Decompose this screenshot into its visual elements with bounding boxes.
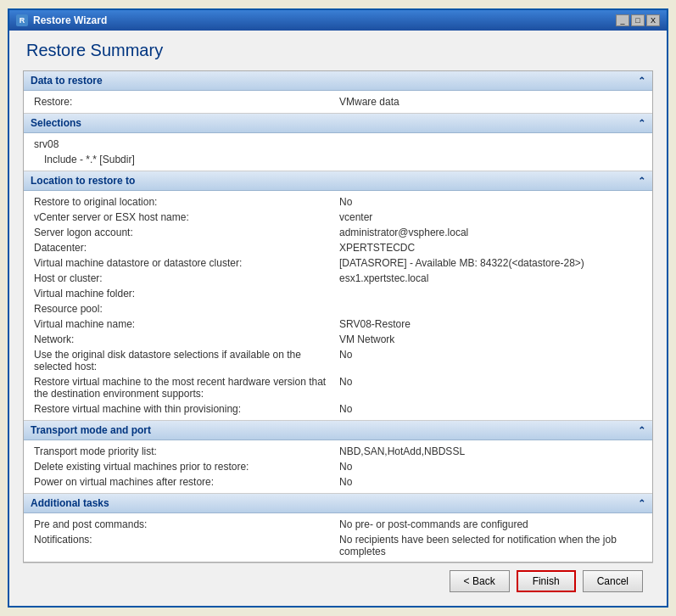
table-row: Delete existing virtual machines prior t… bbox=[24, 459, 652, 474]
section-label-location: Location to restore to bbox=[31, 175, 135, 187]
cancel-button[interactable]: Cancel bbox=[583, 570, 643, 592]
row-value: vcenter bbox=[339, 211, 642, 223]
row-value: esx1.xpertstec.local bbox=[339, 272, 642, 284]
restore-wizard-window: R Restore Wizard _ □ X Restore Summary D… bbox=[8, 8, 668, 608]
table-row: Server logon account: administrator@vsph… bbox=[24, 225, 652, 240]
section-selections: Selections ⌃ srv08 Include - *.* [Subdir… bbox=[24, 114, 652, 171]
table-row: Use the original disk datastore selectio… bbox=[24, 347, 652, 374]
table-row: Host or cluster: esx1.xpertstec.local bbox=[24, 271, 652, 286]
list-item: srv08 bbox=[24, 137, 652, 152]
table-row: Restore virtual machine to the most rece… bbox=[24, 374, 652, 401]
table-row: Transport mode priority list: NBD,SAN,Ho… bbox=[24, 444, 652, 459]
row-value: NBD,SAN,HotAdd,NBDSSL bbox=[339, 445, 642, 457]
row-label: Virtual machine name: bbox=[34, 318, 339, 330]
scroll-area[interactable]: Data to restore ⌃ Restore: VMware data S… bbox=[23, 70, 653, 563]
table-row: Datacenter: XPERTSTECDC bbox=[24, 240, 652, 255]
section-header-transport: Transport mode and port ⌃ bbox=[24, 421, 652, 440]
section-location: Location to restore to ⌃ Restore to orig… bbox=[24, 171, 652, 421]
row-label: Transport mode priority list: bbox=[34, 445, 339, 457]
row-label: Notifications: bbox=[34, 534, 339, 546]
row-value: SRV08-Restore bbox=[339, 318, 642, 330]
table-row: Restore virtual machine with thin provis… bbox=[24, 401, 652, 417]
back-button[interactable]: < Back bbox=[450, 570, 510, 592]
row-label: Restore virtual machine with thin provis… bbox=[34, 403, 339, 415]
table-row: Power on virtual machines after restore:… bbox=[24, 474, 652, 490]
row-value: No recipients have been selected for not… bbox=[339, 534, 642, 557]
table-row: Resource pool: bbox=[24, 301, 652, 316]
row-label: Pre and post commands: bbox=[34, 518, 339, 530]
row-label: Server logon account: bbox=[34, 227, 339, 238]
row-value: No bbox=[339, 196, 642, 208]
selection-server: srv08 bbox=[34, 138, 59, 150]
section-body-transport: Transport mode priority list: NBD,SAN,Ho… bbox=[24, 440, 652, 493]
row-value: No pre- or post-commands are configured bbox=[339, 518, 642, 530]
row-value: administrator@vsphere.local bbox=[339, 227, 642, 238]
section-header-selections: Selections ⌃ bbox=[24, 114, 652, 133]
window-content: Restore Summary Data to restore ⌃ Restor… bbox=[9, 31, 667, 606]
selection-include: Include - *.* [Subdir] bbox=[44, 154, 135, 165]
section-label-transport: Transport mode and port bbox=[31, 424, 151, 436]
row-value: [DATASRORE] - Available MB: 84322(<datas… bbox=[339, 257, 642, 269]
section-data-to-restore: Data to restore ⌃ Restore: VMware data bbox=[24, 71, 652, 114]
window-title: Restore Wizard bbox=[33, 14, 107, 26]
row-value: XPERTSTECDC bbox=[339, 242, 642, 254]
table-row: Pre and post commands: No pre- or post-c… bbox=[24, 517, 652, 532]
table-row: Network: VM Network bbox=[24, 332, 652, 347]
row-label: Virtual machine datastore or datastore c… bbox=[34, 257, 339, 269]
chevron-icon-selections: ⌃ bbox=[638, 118, 645, 129]
section-label-additional: Additional tasks bbox=[31, 497, 109, 509]
page-title: Restore Summary bbox=[23, 41, 653, 60]
section-body-data-to-restore: Restore: VMware data bbox=[24, 91, 652, 113]
section-body-location: Restore to original location: No vCenter… bbox=[24, 191, 652, 420]
title-bar: R Restore Wizard _ □ X bbox=[9, 10, 667, 31]
section-label-selections: Selections bbox=[31, 117, 81, 129]
section-header-additional: Additional tasks ⌃ bbox=[24, 494, 652, 513]
title-bar-left: R Restore Wizard bbox=[16, 14, 107, 26]
row-value: No bbox=[339, 403, 642, 415]
section-body-additional: Pre and post commands: No pre- or post-c… bbox=[24, 513, 652, 563]
minimize-button[interactable]: _ bbox=[616, 14, 629, 26]
chevron-icon-data-to-restore: ⌃ bbox=[638, 76, 645, 87]
list-item: Include - *.* [Subdir] bbox=[24, 152, 652, 167]
finish-button[interactable]: Finish bbox=[517, 570, 576, 592]
section-body-selections: srv08 Include - *.* [Subdir] bbox=[24, 133, 652, 171]
section-transport: Transport mode and port ⌃ Transport mode… bbox=[24, 421, 652, 494]
row-label: Power on virtual machines after restore: bbox=[34, 476, 339, 488]
row-value: No bbox=[339, 476, 642, 488]
row-value: No bbox=[339, 349, 642, 361]
chevron-icon-additional: ⌃ bbox=[638, 498, 645, 509]
title-bar-controls: _ □ X bbox=[616, 14, 660, 26]
table-row: vCenter server or ESX host name: vcenter bbox=[24, 210, 652, 225]
chevron-icon-transport: ⌃ bbox=[638, 425, 645, 436]
row-label: Host or cluster: bbox=[34, 272, 339, 284]
maximize-button[interactable]: □ bbox=[631, 14, 645, 26]
section-header-data-to-restore: Data to restore ⌃ bbox=[24, 71, 652, 91]
row-label: Virtual machine folder: bbox=[34, 288, 339, 300]
table-row: Virtual machine name: SRV08-Restore bbox=[24, 316, 652, 332]
window-icon: R bbox=[16, 14, 28, 26]
row-value: No bbox=[339, 376, 642, 388]
row-value: VM Network bbox=[339, 333, 642, 345]
row-label: Delete existing virtual machines prior t… bbox=[34, 461, 339, 473]
table-row: Virtual machine folder: bbox=[24, 286, 652, 301]
footer: < Back Finish Cancel bbox=[23, 563, 653, 599]
row-label: Use the original disk datastore selectio… bbox=[34, 349, 339, 372]
row-label: Resource pool: bbox=[34, 303, 339, 315]
row-label: Datacenter: bbox=[34, 242, 339, 254]
row-label: Network: bbox=[34, 333, 339, 345]
row-value: No bbox=[339, 461, 642, 473]
section-label-data-to-restore: Data to restore bbox=[31, 75, 103, 87]
row-label: Restore to original location: bbox=[34, 196, 339, 208]
table-row: Restore: VMware data bbox=[24, 94, 652, 109]
row-label: vCenter server or ESX host name: bbox=[34, 211, 339, 223]
table-row: Virtual machine datastore or datastore c… bbox=[24, 255, 652, 271]
section-additional: Additional tasks ⌃ Pre and post commands… bbox=[24, 494, 652, 563]
row-label: Restore: bbox=[34, 96, 339, 108]
close-button[interactable]: X bbox=[646, 14, 660, 26]
row-value: VMware data bbox=[339, 96, 642, 108]
table-row: Restore to original location: No bbox=[24, 194, 652, 210]
row-label: Restore virtual machine to the most rece… bbox=[34, 376, 339, 400]
table-row: Notifications: No recipients have been s… bbox=[24, 532, 652, 559]
section-header-location: Location to restore to ⌃ bbox=[24, 171, 652, 191]
chevron-icon-location: ⌃ bbox=[638, 176, 645, 187]
